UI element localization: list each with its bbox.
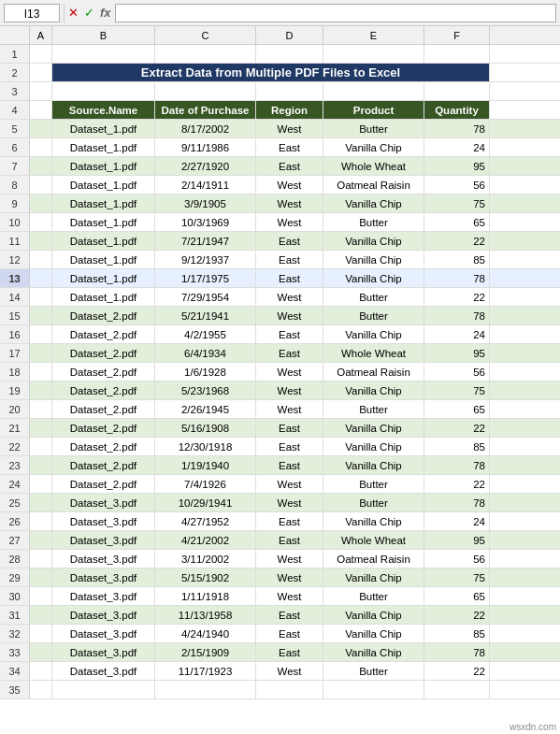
table-row[interactable]: 33Dataset_3.pdf2/15/1909EastVanilla Chip… (0, 643, 560, 662)
data-cell[interactable]: 78 (424, 643, 490, 661)
data-cell[interactable]: Oatmeal Raisin (323, 550, 424, 568)
data-cell[interactable]: Dataset_1.pdf (52, 288, 155, 306)
data-cell[interactable]: Dataset_3.pdf (52, 494, 155, 511)
data-cell[interactable]: 5/16/1908 (155, 419, 256, 437)
table-row[interactable]: 1 (0, 45, 560, 64)
cell-a[interactable] (30, 438, 52, 455)
empty-cell[interactable] (323, 681, 424, 698)
table-row[interactable]: 11Dataset_1.pdf7/21/1947EastVanilla Chip… (0, 232, 560, 251)
empty-cell[interactable] (256, 45, 323, 63)
data-cell[interactable]: West (256, 176, 323, 194)
empty-cell[interactable] (256, 82, 323, 100)
data-cell[interactable]: West (256, 120, 323, 137)
cell-a[interactable] (30, 232, 52, 250)
data-cell[interactable]: 85 (424, 251, 490, 268)
data-cell[interactable]: Dataset_3.pdf (52, 587, 155, 605)
data-cell[interactable]: Vanilla Chip (323, 251, 424, 268)
data-cell[interactable]: 2/26/1945 (155, 400, 256, 418)
empty-cell[interactable] (155, 45, 256, 63)
table-row[interactable]: 18Dataset_2.pdf1/6/1928WestOatmeal Raisi… (0, 363, 560, 381)
data-cell[interactable]: 8/17/2002 (155, 120, 256, 137)
data-cell[interactable]: Dataset_1.pdf (52, 269, 155, 287)
data-cell[interactable]: West (256, 494, 323, 511)
fx-icon[interactable]: fx (100, 6, 111, 20)
cancel-icon[interactable]: ✕ (68, 6, 79, 20)
data-cell[interactable]: Dataset_2.pdf (52, 363, 155, 381)
cell-a[interactable] (30, 363, 52, 381)
data-cell[interactable]: 9/12/1937 (155, 251, 256, 268)
cell-a[interactable] (30, 101, 52, 119)
table-row[interactable]: 24Dataset_2.pdf7/4/1926WestButter22 (0, 475, 560, 494)
data-cell[interactable]: 3/9/1905 (155, 194, 256, 212)
data-cell[interactable]: West (256, 288, 323, 306)
data-cell[interactable]: Dataset_1.pdf (52, 120, 155, 137)
data-cell[interactable]: 6/4/1934 (155, 344, 256, 362)
data-cell[interactable]: West (256, 587, 323, 605)
cell-a[interactable] (30, 419, 52, 437)
data-cell[interactable]: West (256, 400, 323, 418)
data-cell[interactable]: Oatmeal Raisin (323, 363, 424, 381)
data-cell[interactable]: Dataset_3.pdf (52, 606, 155, 624)
empty-cell[interactable] (424, 82, 490, 100)
data-cell[interactable]: Butter (323, 494, 424, 511)
data-cell[interactable]: 22 (424, 232, 490, 250)
table-row[interactable]: 17Dataset_2.pdf6/4/1934EastWhole Wheat95 (0, 344, 560, 363)
data-cell[interactable]: West (256, 568, 323, 586)
cell-a[interactable] (30, 251, 52, 268)
data-cell[interactable]: 12/30/1918 (155, 438, 256, 455)
data-cell[interactable]: Vanilla Chip (323, 625, 424, 642)
data-cell[interactable]: Whole Wheat (323, 531, 424, 549)
data-cell[interactable]: Dataset_1.pdf (52, 251, 155, 268)
data-cell[interactable]: 2/27/1920 (155, 157, 256, 175)
data-cell[interactable]: 56 (424, 176, 490, 194)
cell-a[interactable] (30, 344, 52, 362)
data-cell[interactable]: East (256, 606, 323, 624)
data-cell[interactable]: Vanilla Chip (323, 456, 424, 474)
data-cell[interactable]: 22 (424, 419, 490, 437)
table-row[interactable]: 13Dataset_1.pdf1/17/1975EastVanilla Chip… (0, 269, 560, 288)
table-row[interactable]: 23Dataset_2.pdf1/19/1940EastVanilla Chip… (0, 456, 560, 475)
data-cell[interactable]: 78 (424, 269, 490, 287)
table-row[interactable]: 15Dataset_2.pdf5/21/1941WestButter78 (0, 307, 560, 325)
data-cell[interactable]: Vanilla Chip (323, 325, 424, 343)
empty-cell[interactable] (52, 45, 155, 63)
data-cell[interactable]: 10/29/1941 (155, 494, 256, 511)
table-row[interactable]: 8Dataset_1.pdf2/14/1911WestOatmeal Raisi… (0, 176, 560, 194)
data-cell[interactable]: 95 (424, 531, 490, 549)
cell-a[interactable] (30, 662, 52, 680)
data-cell[interactable]: 78 (424, 456, 490, 474)
cell-a[interactable] (30, 269, 52, 287)
data-cell[interactable]: 5/15/1902 (155, 568, 256, 586)
data-cell[interactable]: Dataset_1.pdf (52, 157, 155, 175)
data-cell[interactable]: 5/21/1941 (155, 307, 256, 324)
cell-a[interactable] (30, 288, 52, 306)
data-cell[interactable]: West (256, 213, 323, 231)
data-cell[interactable]: Vanilla Chip (323, 269, 424, 287)
data-cell[interactable]: West (256, 381, 323, 399)
data-cell[interactable]: West (256, 307, 323, 324)
data-cell[interactable]: Dataset_3.pdf (52, 662, 155, 680)
table-row[interactable]: 6Dataset_1.pdf9/11/1986EastVanilla Chip2… (0, 138, 560, 157)
data-cell[interactable]: West (256, 475, 323, 493)
table-row[interactable]: 22Dataset_2.pdf12/30/1918EastVanilla Chi… (0, 438, 560, 456)
data-cell[interactable]: 7/21/1947 (155, 232, 256, 250)
table-row[interactable]: 12Dataset_1.pdf9/12/1937EastVanilla Chip… (0, 251, 560, 269)
table-row[interactable]: 10Dataset_1.pdf10/3/1969WestButter65 (0, 213, 560, 232)
data-cell[interactable]: Butter (323, 400, 424, 418)
table-row[interactable]: 19Dataset_2.pdf5/23/1968WestVanilla Chip… (0, 381, 560, 400)
data-cell[interactable]: 4/2/1955 (155, 325, 256, 343)
data-cell[interactable]: Whole Wheat (323, 157, 424, 175)
data-cell[interactable]: 2/14/1911 (155, 176, 256, 194)
data-cell[interactable]: West (256, 194, 323, 212)
data-cell[interactable]: Vanilla Chip (323, 606, 424, 624)
data-cell[interactable]: 1/17/1975 (155, 269, 256, 287)
data-cell[interactable]: Dataset_2.pdf (52, 307, 155, 324)
empty-cell[interactable] (424, 45, 490, 63)
table-row[interactable]: 26Dataset_3.pdf4/27/1952EastVanilla Chip… (0, 512, 560, 531)
empty-cell[interactable] (52, 82, 155, 100)
cell-a[interactable] (30, 550, 52, 568)
data-cell[interactable]: Dataset_2.pdf (52, 381, 155, 399)
table-row[interactable]: 21Dataset_2.pdf5/16/1908EastVanilla Chip… (0, 419, 560, 438)
data-cell[interactable]: 22 (424, 475, 490, 493)
data-cell[interactable]: Vanilla Chip (323, 194, 424, 212)
